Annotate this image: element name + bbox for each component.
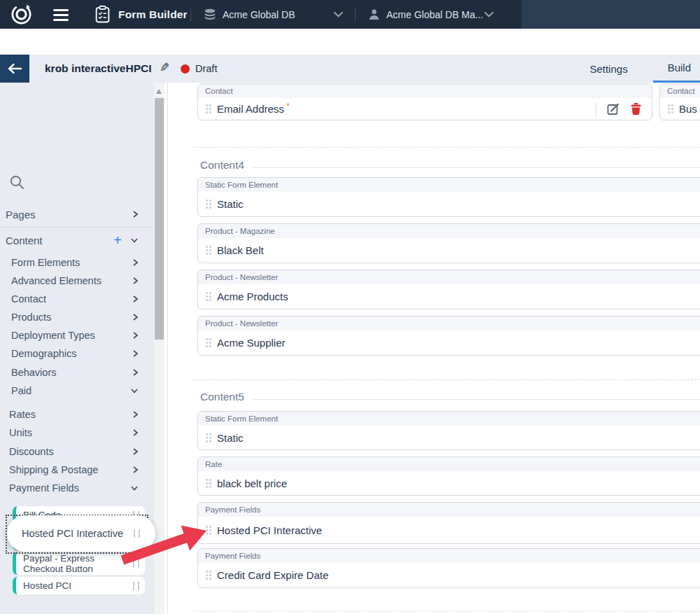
drag-handle-icon[interactable]	[133, 582, 139, 590]
dragged-field-pill-hosted-pci-interactive[interactable]: Hosted PCI Interactive	[7, 515, 155, 552]
topbar-right-panel	[522, 0, 700, 29]
drag-handle-icon[interactable]	[206, 200, 208, 202]
app-title: Form Builder	[118, 8, 188, 21]
section-divider	[193, 147, 700, 148]
section-title-rule	[253, 167, 700, 168]
sidebar-item-paid[interactable]: Paid	[0, 382, 154, 399]
sidebar-label: Form Elements	[11, 257, 80, 268]
drag-handle-icon[interactable]	[134, 529, 140, 538]
element-name: Hosted PCI Interactive	[217, 524, 322, 536]
sidebar-label: Deployment Types	[11, 330, 95, 341]
section-title-text: Content4	[200, 159, 244, 172]
drag-handle-icon[interactable]	[206, 526, 208, 528]
form-element-card-acme-products[interactable]: Product - Newsletter Acme Products	[197, 270, 700, 309]
section-title-rule	[253, 399, 700, 400]
database-icon	[204, 8, 216, 21]
scrollbar-up-arrow[interactable]	[156, 89, 162, 94]
element-category: Payment Fields	[198, 503, 700, 517]
element-name: Static	[217, 198, 244, 210]
database-selector[interactable]: Acme Global DB	[204, 8, 295, 21]
database-chevron-icon[interactable]	[334, 12, 343, 18]
section-title-text: Content5	[200, 391, 244, 403]
element-name: Email Address	[217, 103, 284, 115]
sidebar-item-contact[interactable]: Contact	[0, 291, 154, 307]
section-divider	[193, 379, 700, 380]
status-label: Draft	[195, 55, 217, 83]
element-category: Product - Newsletter	[198, 316, 700, 330]
sidebar-item-demographics[interactable]: Demographics	[0, 345, 154, 362]
chevron-right-icon	[132, 447, 139, 456]
profile-chevron-icon[interactable]	[484, 12, 493, 18]
drag-handle-icon[interactable]	[206, 433, 208, 435]
form-element-card-email-address[interactable]: Contact Email Address *	[197, 83, 652, 120]
chevron-right-icon	[132, 277, 139, 285]
field-pill-paypal-express[interactable]: Paypal - Express Checkout Button	[13, 552, 145, 575]
sidebar-item-form-elements[interactable]: Form Elements	[0, 254, 154, 271]
sidebar-item-shipping-postage[interactable]: Shipping & Postage	[0, 461, 154, 478]
section-title-content4: Content4	[200, 158, 700, 172]
add-content-icon[interactable]: +	[113, 233, 122, 247]
element-category: Contact	[660, 84, 700, 98]
form-title: krob interactiveHPCI	[45, 55, 151, 83]
field-pill-label: Hosted PCI Interactive	[22, 528, 123, 539]
element-category: Static Form Element	[198, 412, 700, 426]
sidebar-item-units[interactable]: Units	[0, 424, 154, 441]
form-builder-icon	[95, 6, 110, 23]
scrollbar-thumb[interactable]	[155, 98, 164, 340]
form-element-card-acme-supplier[interactable]: Product - Newsletter Acme Supplier	[197, 316, 700, 356]
app-logo[interactable]	[9, 2, 34, 27]
sidebar-item-products[interactable]: Products	[0, 309, 154, 326]
sidebar-item-payment-fields[interactable]: Payment Fields	[0, 480, 154, 496]
status-dot	[181, 64, 190, 74]
required-asterisk: *	[286, 101, 290, 111]
form-element-card-black-belt[interactable]: Product - Magazine Black Belt	[197, 223, 700, 263]
drag-handle-icon[interactable]	[206, 104, 208, 106]
menu-icon[interactable]	[53, 6, 69, 24]
element-category: Product - Magazine	[198, 224, 700, 238]
sidebar-label: Content	[6, 235, 43, 246]
drag-handle-icon[interactable]	[133, 559, 139, 568]
form-element-card-black-belt-price[interactable]: Rate black belt price	[197, 456, 700, 496]
form-canvas: Contact Email Address * Contact	[164, 83, 700, 614]
chevron-right-icon	[132, 210, 139, 218]
edit-title-icon[interactable]: ✎	[160, 60, 169, 75]
profile-selector[interactable]: Acme Global DB Ma...	[368, 8, 484, 20]
field-pill-label: Hosted PCI	[23, 580, 71, 591]
form-element-card-business[interactable]: Contact Bus	[659, 83, 700, 120]
element-category: Contact	[198, 84, 652, 98]
sidebar-item-pages[interactable]: Pages	[0, 204, 154, 224]
drag-handle-icon[interactable]	[206, 246, 208, 248]
sidebar-item-advanced-elements[interactable]: Advanced Elements	[0, 272, 154, 289]
drag-handle-icon[interactable]	[206, 571, 208, 573]
topbar-divider	[355, 7, 356, 22]
edit-icon[interactable]	[607, 102, 620, 116]
back-button[interactable]	[0, 55, 29, 83]
canvas-left-border	[167, 83, 168, 614]
tab-settings[interactable]: Settings	[589, 55, 627, 83]
profile-name: Acme Global DB Ma...	[386, 9, 484, 20]
element-name: Black Belt	[217, 244, 264, 256]
form-element-card-hosted-pci-interactive[interactable]: Payment Fields Hosted PCI Interactive	[197, 502, 700, 544]
tab-build[interactable]: Build	[653, 55, 700, 83]
drag-handle-icon[interactable]	[206, 338, 208, 340]
sidebar-label: Rates	[9, 409, 36, 420]
drag-handle-icon[interactable]	[206, 479, 208, 481]
form-element-card-cc-expire-date[interactable]: Payment Fields Credit Card Expire Date	[197, 548, 700, 588]
form-header-bar: krob interactiveHPCI ✎ Draft Settings Bu…	[0, 55, 700, 83]
form-element-card-static[interactable]: Static Form Element Static	[197, 177, 700, 217]
sidebar-label: Contact	[11, 293, 46, 305]
header-nav: Settings Build	[589, 55, 700, 83]
field-pill-hosted-pci[interactable]: Hosted PCI	[13, 577, 145, 594]
sidebar-item-content[interactable]: Content +	[0, 230, 154, 250]
form-element-card-static-2[interactable]: Static Form Element Static	[197, 411, 700, 450]
sidebar-item-rates[interactable]: Rates	[0, 406, 154, 423]
drag-handle-icon[interactable]	[668, 104, 670, 106]
sidebar-item-deployment-types[interactable]: Deployment Types	[0, 327, 154, 344]
sidebar-item-discounts[interactable]: Discounts	[0, 443, 154, 460]
sidebar-scrollbar[interactable]	[154, 83, 164, 614]
sidebar-item-behaviors[interactable]: Behaviors	[0, 364, 154, 381]
element-name: Bus	[679, 103, 697, 115]
drag-handle-icon[interactable]	[206, 292, 208, 294]
delete-icon[interactable]	[631, 103, 641, 115]
search-icon[interactable]	[10, 175, 24, 190]
